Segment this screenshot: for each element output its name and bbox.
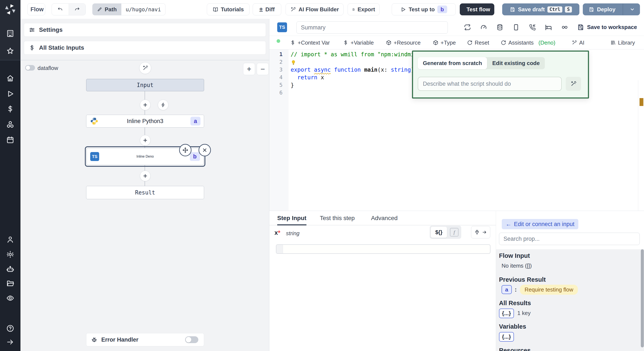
tab-step-input[interactable]: Step Input (277, 211, 306, 226)
library-icon (610, 40, 616, 46)
tab-generate-from-scratch[interactable]: Generate from scratch (418, 57, 487, 69)
path-button[interactable]: Path (92, 4, 121, 15)
test-flow-button[interactable]: Test flow (460, 4, 494, 15)
python-icon (90, 117, 98, 125)
assistants-button[interactable]: Assistants (501, 36, 534, 50)
summary-input[interactable] (296, 21, 448, 34)
path-value[interactable]: u/hugo/navi (121, 4, 166, 15)
settings-label: Settings (39, 26, 62, 33)
dataflow-toggle[interactable] (25, 65, 35, 70)
function-mode-button[interactable]: f (450, 228, 458, 236)
export-button[interactable]: Export (348, 4, 380, 15)
move-node-handle[interactable] (179, 144, 192, 156)
plus-icon (143, 173, 148, 178)
add-resource-button[interactable]: +Resource (386, 36, 420, 50)
bed-icon[interactable] (545, 24, 552, 31)
retry-icon[interactable] (464, 24, 471, 31)
concurrency-icon[interactable] (561, 24, 568, 31)
add-context-var-button[interactable]: +Context Var (290, 36, 330, 50)
error-handler-toggle[interactable] (185, 336, 198, 343)
scrollbar[interactable] (641, 249, 644, 347)
field-value-input[interactable] (276, 244, 490, 254)
ai-generate-popup: Generate from scratch Edit existing code (412, 50, 589, 98)
ai-button[interactable]: AI (572, 36, 584, 50)
node-python-badge: a (190, 117, 200, 126)
redo-button[interactable] (69, 4, 86, 15)
ai-wand-button[interactable] (139, 62, 151, 74)
step-badge: b (437, 6, 447, 13)
library-button[interactable]: Library (610, 36, 635, 50)
add-trigger-button[interactable] (158, 100, 168, 110)
add-variable-button[interactable]: +Variable (343, 36, 374, 50)
all-static-inputs-button[interactable]: All Static Inputs (24, 41, 266, 54)
tab-test-this-step[interactable]: Test this step (320, 211, 355, 226)
deploy-dropdown-button[interactable] (626, 4, 639, 15)
search-prop-input[interactable] (499, 233, 640, 245)
ai-generate-button[interactable] (566, 77, 581, 91)
flow-type-select[interactable]: Flow (27, 4, 45, 15)
tutorials-button[interactable]: Tutorials (207, 4, 250, 15)
folder-icon[interactable] (6, 279, 14, 288)
dollar-icon[interactable] (6, 105, 14, 113)
eye-icon[interactable] (6, 294, 14, 302)
all-results-badge[interactable]: {...} (499, 308, 514, 318)
gear-icon[interactable] (6, 250, 14, 258)
save-to-workspace-button[interactable]: Save to workspace (587, 24, 637, 30)
help-icon[interactable] (6, 324, 14, 332)
user-icon[interactable] (6, 236, 14, 244)
building-icon[interactable] (6, 30, 14, 38)
cubes-icon[interactable] (6, 120, 14, 128)
file-code-icon (352, 6, 355, 12)
section-all-results: All Results (499, 300, 531, 307)
tab-advanced[interactable]: Advanced (371, 211, 398, 226)
undo-button[interactable] (52, 4, 69, 15)
tutorials-label: Tutorials (221, 6, 244, 13)
ai-prompt-input[interactable] (418, 77, 562, 91)
arrow-right-icon[interactable] (6, 338, 14, 346)
kbd-ctrl: Ctrl (548, 6, 562, 12)
flow-settings-button[interactable]: Settings (24, 23, 266, 37)
template-mode-button[interactable]: ${} (431, 227, 447, 238)
home-icon[interactable] (6, 74, 14, 82)
node-result[interactable]: Result (86, 186, 204, 199)
connect-input-button[interactable] (471, 226, 490, 238)
gauge-icon[interactable] (480, 24, 487, 31)
zoom-out-button[interactable]: − (257, 63, 269, 75)
tab-edit-existing-code[interactable]: Edit existing code (487, 57, 545, 69)
require-testing-pill: Require testing flow (520, 285, 578, 295)
export-label: Export (358, 6, 375, 13)
reset-button[interactable]: Reset (467, 36, 489, 50)
save-icon[interactable] (577, 24, 584, 31)
add-step-button[interactable] (140, 100, 150, 110)
robot-icon[interactable] (6, 265, 14, 273)
diff-button[interactable]: ± Diff (253, 4, 281, 15)
variables-badge[interactable]: {...} (499, 332, 514, 342)
test-up-to-label: Test up to (408, 6, 434, 13)
add-type-button[interactable]: +Type (433, 36, 456, 50)
node-inline-python[interactable]: Inline Python3 a (86, 115, 204, 128)
delete-node-button[interactable] (198, 144, 211, 156)
plus-minus-icon: ± (259, 6, 263, 12)
calendar-icon[interactable] (6, 136, 14, 144)
node-input[interactable]: Input (86, 79, 204, 91)
ai-flow-builder-label: AI Flow Builder (298, 6, 339, 13)
lightbulb-icon[interactable] (291, 60, 296, 65)
test-up-to-button[interactable]: Test up to b (392, 4, 456, 15)
add-step-button[interactable] (140, 170, 150, 181)
edit-or-connect-button[interactable]: ← Edit or connect an input (502, 219, 578, 229)
undo-icon (57, 6, 63, 12)
window-icon[interactable] (512, 24, 520, 31)
phone-incoming-icon[interactable] (529, 24, 536, 31)
zoom-in-button[interactable]: + (243, 63, 255, 75)
database-icon[interactable] (496, 24, 504, 31)
add-step-button[interactable] (140, 135, 150, 146)
error-handler-card[interactable]: Error Handler (86, 333, 204, 346)
prev-result-badge[interactable]: a (502, 285, 512, 294)
play-icon[interactable] (6, 90, 14, 98)
ai-flow-builder-button[interactable]: AI Flow Builder (286, 4, 344, 15)
windmill-logo-icon[interactable] (4, 3, 17, 16)
arrow-left-icon: ← (506, 221, 511, 228)
star-icon[interactable] (6, 47, 14, 55)
save-draft-button[interactable]: Save draft Ctrl S (502, 4, 580, 15)
deploy-button[interactable]: Deploy (584, 4, 620, 15)
